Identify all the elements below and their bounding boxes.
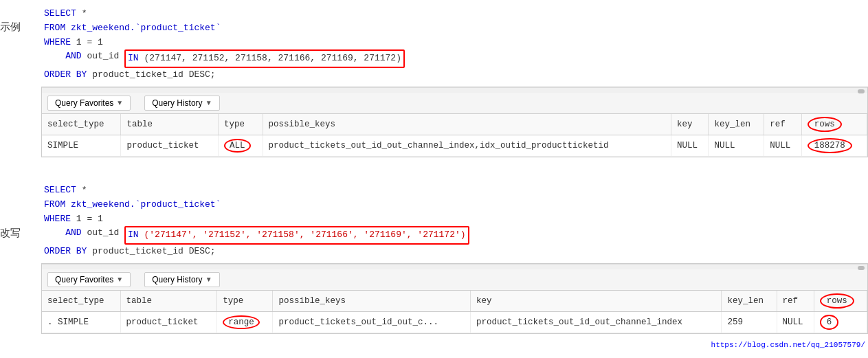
example-query-favorites-btn[interactable]: Query Favorites ▼: [47, 96, 131, 111]
type-range-circle: range: [223, 315, 260, 329]
table-row: SIMPLE product_ticket ALL product_ticket…: [42, 135, 867, 156]
example-code: SELECT * FROM zkt_weekend.`product_ticke…: [41, 0, 868, 87]
example-data-table: select_type table type possible_keys key…: [42, 114, 867, 157]
col-header-rows-2: rows: [814, 291, 867, 312]
col-header-ref-1: ref: [764, 114, 802, 135]
in-clause-highlight-1: IN (271147, 271152, 271158, 271166, 2711…: [124, 49, 405, 68]
in-clause-highlight-2: IN ('271147', '271152', '271158', '27116…: [124, 226, 469, 245]
rows-circle-2: rows: [820, 293, 854, 309]
col-header-rows-1: rows: [801, 114, 867, 135]
section-divider: [41, 163, 868, 177]
rewrite-query-history-btn[interactable]: Query History ▼: [144, 272, 219, 287]
col-header-possible-keys-1: possible_keys: [263, 114, 671, 135]
rewrite-toolbar: Query Favorites ▼ Query History ▼: [42, 269, 867, 291]
col-header-select-type-2: select_type: [42, 291, 120, 312]
chevron-down-icon-4: ▼: [205, 276, 212, 283]
code-where-kw-1: WHERE: [44, 36, 71, 50]
col-header-type-1: type: [219, 114, 263, 135]
example-toolbar: Query Favorites ▼ Query History ▼: [42, 93, 867, 114]
table-row: . SIMPLE product_ticket range product_ti…: [42, 311, 867, 333]
col-header-possible-keys-2: possible_keys: [273, 291, 471, 312]
col-header-select-type-1: select_type: [42, 114, 121, 135]
cell-key-2: product_tickets_out_id_out_channel_index: [471, 311, 722, 333]
rewrite-table-section: Query Favorites ▼ Query History ▼ select…: [41, 263, 868, 334]
cell-ref-2: NULL: [777, 311, 814, 333]
cell-key-len-1: NULL: [709, 135, 764, 156]
rewrite-query-favorites-btn[interactable]: Query Favorites ▼: [47, 272, 131, 287]
cell-select-type-2: . SIMPLE: [42, 311, 120, 333]
code-from-kw-2: FROM: [44, 198, 65, 212]
col-header-table-1: table: [121, 114, 219, 135]
cell-ref-1: NULL: [764, 135, 802, 156]
cell-table-2: product_ticket: [120, 311, 217, 333]
cell-type-1: ALL: [219, 135, 263, 156]
rewrite-section: SELECT * FROM zkt_weekend.`product_ticke…: [41, 177, 868, 350]
rows-value-circle-2: 6: [820, 315, 839, 330]
type-all-circle: ALL: [224, 139, 251, 153]
code-order-kw-2: ORDER BY: [44, 245, 87, 259]
cell-select-type-1: SIMPLE: [42, 135, 121, 156]
cell-rows-1: 188278: [801, 135, 867, 156]
cell-possible-keys-1: product_tickets_out_id_out_channel_index…: [263, 135, 671, 156]
rewrite-code: SELECT * FROM zkt_weekend.`product_ticke…: [41, 177, 868, 263]
code-from-kw-1: FROM: [44, 21, 65, 36]
col-header-key-2: key: [471, 291, 722, 312]
rewrite-data-table: select_type table type possible_keys key…: [42, 291, 867, 333]
code-select-kw-2: SELECT: [44, 183, 76, 198]
col-header-key-len-2: key_len: [722, 291, 777, 312]
rewrite-label: 改写: [0, 227, 21, 240]
example-section: SELECT * FROM zkt_weekend.`product_ticke…: [41, 0, 868, 163]
example-label: 示例: [0, 21, 21, 34]
rows-circle-1: rows: [808, 117, 842, 132]
col-header-key-len-1: key_len: [709, 114, 764, 135]
cell-key-1: NULL: [671, 135, 709, 156]
cell-table-1: product_ticket: [121, 135, 219, 156]
code-order-kw-1: ORDER BY: [44, 68, 87, 82]
cell-possible-keys-2: product_tickets_out_id_out_c...: [273, 311, 471, 333]
col-header-table-2: table: [120, 291, 217, 312]
chevron-down-icon-2: ▼: [205, 99, 212, 107]
cell-type-2: range: [217, 311, 273, 333]
col-header-key-1: key: [671, 114, 709, 135]
chevron-down-icon-3: ▼: [116, 276, 123, 283]
cell-rows-2: 6: [814, 311, 867, 333]
chevron-down-icon-1: ▼: [116, 99, 123, 107]
rows-value-circle-1: 188278: [808, 138, 852, 153]
cell-key-len-2: 259: [722, 311, 777, 333]
code-where-kw-2: WHERE: [44, 212, 71, 227]
col-header-type-2: type: [217, 291, 273, 312]
col-header-ref-2: ref: [777, 291, 814, 312]
watermark: https://blog.csdn.net/qq_21057579/: [41, 339, 868, 350]
example-query-history-btn[interactable]: Query History ▼: [144, 96, 219, 111]
example-table-section: Query Favorites ▼ Query History ▼ select…: [41, 87, 868, 157]
code-select-kw-1: SELECT: [44, 7, 76, 21]
